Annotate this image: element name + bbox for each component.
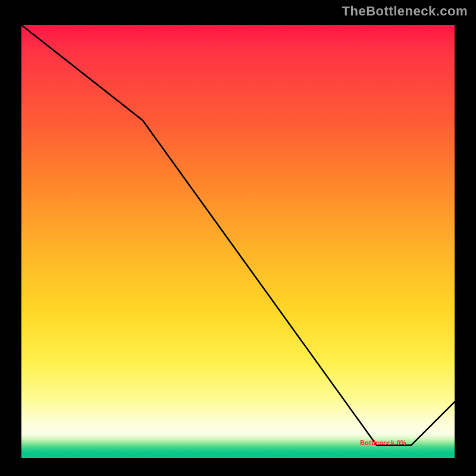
watermark-text: TheBottleneck.com [342, 4, 468, 19]
bottleneck-annotation: Bottleneck 0% [360, 439, 406, 446]
plot-border: Bottleneck 0% [17, 20, 459, 463]
chart-frame: TheBottleneck.com Bottleneck 0% [0, 0, 476, 476]
plot-area: Bottleneck 0% [21, 25, 455, 458]
line-series [21, 25, 455, 458]
